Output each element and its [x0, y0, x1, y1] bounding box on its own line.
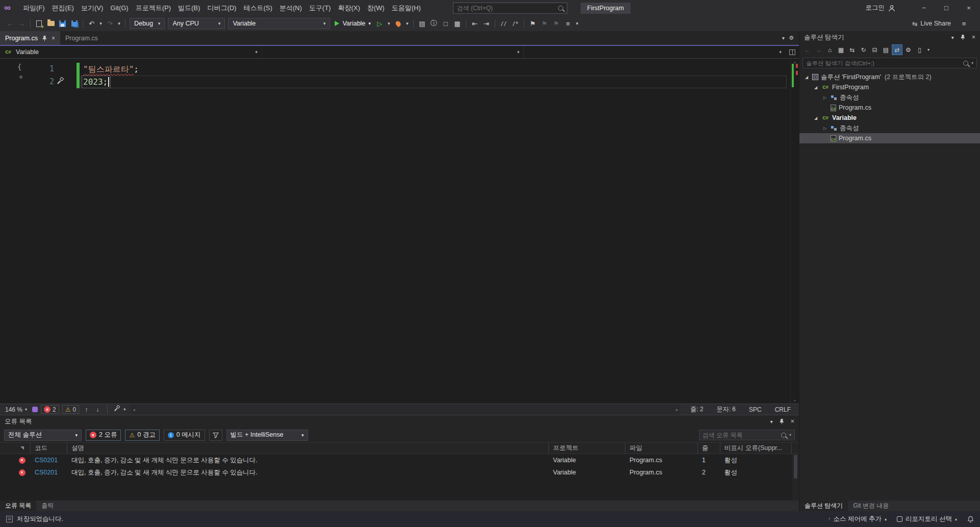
solution-explorer-search-input[interactable] [806, 60, 960, 66]
type-dropdown[interactable] [262, 46, 524, 58]
error-code[interactable]: CS0201 [31, 469, 67, 476]
scroll-right-icon[interactable]: ▸ [676, 407, 679, 412]
navigate-forward-icon[interactable] [16, 17, 28, 30]
space-status[interactable]: SPC [744, 406, 767, 413]
code-line-1[interactable]: "팀스파르타"; [83, 63, 139, 76]
refresh-icon[interactable] [858, 44, 869, 55]
pending-changes-filter-icon[interactable] [847, 44, 858, 55]
startup-project-dropdown[interactable]: Variable [228, 18, 330, 29]
hot-reload-icon[interactable] [392, 17, 404, 30]
warnings-toggle-button[interactable]: 0 경고 [125, 430, 159, 441]
window-position-chevron-icon[interactable] [951, 35, 954, 40]
pin-icon[interactable] [779, 418, 785, 424]
code-cleanup-dropdown-icon[interactable] [123, 407, 125, 412]
error-code[interactable]: CS0201 [31, 457, 67, 464]
tab-output[interactable]: 출력 [36, 500, 59, 511]
previous-bookmark-icon[interactable] [539, 17, 550, 30]
close-panel-icon[interactable]: × [791, 418, 794, 425]
maximize-button[interactable]: □ [935, 0, 958, 16]
tab-solution-explorer[interactable]: 솔루션 탐색기 [799, 500, 848, 511]
severity-column-header[interactable] [13, 443, 31, 454]
menu-item-extensions[interactable]: 확장(X) [334, 0, 363, 16]
menu-item-window[interactable]: 창(W) [364, 0, 388, 16]
increase-indent-icon[interactable] [481, 17, 492, 30]
pin-icon[interactable] [960, 34, 966, 40]
comment-selection-icon[interactable]: // [498, 17, 510, 30]
toolbar-options-icon[interactable] [562, 17, 574, 30]
properties-icon[interactable] [903, 44, 914, 55]
toolbar-overflow-chevron-icon[interactable] [925, 44, 932, 55]
close-button[interactable]: × [958, 0, 980, 16]
sync-with-active-document-icon[interactable] [892, 44, 902, 55]
open-folder-icon[interactable] [45, 17, 57, 30]
pin-icon[interactable] [42, 35, 47, 41]
horizontal-scrollbar[interactable]: ◂ ▸ [131, 404, 680, 415]
back-icon[interactable] [802, 44, 813, 55]
save-icon[interactable] [57, 17, 68, 30]
expanded-chevron-icon[interactable] [803, 75, 810, 80]
navigate-backward-icon[interactable] [4, 17, 16, 30]
tree-item-dependencies[interactable]: 종속성 [799, 123, 980, 133]
configuration-dropdown[interactable]: Debug [130, 18, 165, 29]
document-list-chevron-icon[interactable] [782, 35, 785, 41]
project-dropdown[interactable]: Variable [0, 46, 262, 58]
line-status[interactable]: 줄: 2 [685, 405, 708, 414]
eol-status[interactable]: CRLF [770, 406, 796, 413]
line-column-header[interactable]: 줄 [698, 443, 720, 454]
error-list-search-input[interactable] [702, 432, 778, 439]
close-panel-icon[interactable]: × [972, 34, 975, 41]
menu-item-analyze[interactable]: 분석(N) [276, 0, 306, 16]
start-without-debugging-icon[interactable] [374, 17, 386, 30]
quick-search-input[interactable] [457, 5, 555, 12]
decrease-indent-icon[interactable] [469, 17, 481, 30]
file-column-header[interactable]: 파일 [625, 443, 698, 454]
error-list-search-box[interactable] [699, 430, 795, 440]
menu-item-project[interactable]: 프로젝트(P) [132, 0, 174, 16]
add-to-source-control-button[interactable]: 소스 제어에 추가 [828, 515, 887, 523]
tree-item-project-variable[interactable]: Variable [799, 113, 980, 123]
warning-count-indicator[interactable]: 0 [62, 405, 79, 414]
hot-reload-dropdown-icon[interactable] [404, 17, 411, 30]
code-line-2[interactable]: 2023; [83, 76, 108, 88]
tab-git-changes[interactable]: Git 변경 내용 [848, 500, 894, 511]
notifications-bell-icon[interactable] [967, 516, 974, 523]
description-column-header[interactable]: 설명 [67, 443, 549, 454]
menu-item-view[interactable]: 보기(V) [78, 0, 107, 16]
previous-issue-icon[interactable] [82, 406, 90, 413]
tree-item-project-firstprogram[interactable]: FirstProgram [799, 82, 980, 92]
start-debugging-button[interactable]: Variable [332, 17, 373, 30]
tree-item-file-program-cs[interactable]: Program.cs [799, 103, 980, 113]
redo-icon[interactable] [104, 17, 116, 30]
editor-vertical-scrollbar[interactable] [790, 59, 799, 404]
select-repository-button[interactable]: 리포지토리 선택 [897, 515, 957, 523]
toolbar-options-dropdown-icon[interactable] [574, 17, 581, 30]
menu-item-build[interactable]: 빌드(B) [174, 0, 204, 16]
word-completion-icon[interactable] [451, 17, 463, 30]
menu-item-debug[interactable]: 디버그(D) [204, 0, 240, 16]
feedback-icon[interactable] [958, 17, 970, 30]
menu-item-tools[interactable]: 도구(T) [306, 0, 335, 16]
quick-info-icon[interactable] [440, 17, 451, 30]
undo-dropdown-icon[interactable] [97, 17, 104, 30]
scroll-left-icon[interactable]: ◂ [133, 407, 135, 412]
expanded-chevron-icon[interactable] [813, 85, 819, 90]
filter-button[interactable] [209, 430, 222, 441]
preview-selected-items-icon[interactable] [914, 44, 925, 55]
tab-error-list[interactable]: 오류 목록 [0, 500, 36, 511]
new-project-icon[interactable] [33, 17, 45, 30]
error-list-scrollbar[interactable] [792, 454, 799, 500]
member-dropdown[interactable] [524, 46, 786, 58]
split-window-button[interactable] [786, 46, 799, 58]
zoom-selector[interactable]: 146 % [3, 406, 29, 413]
solution-explorer-search-box[interactable] [802, 58, 977, 68]
code-editor[interactable]: { 1 2 "팀스파르타"; 2023; [0, 59, 799, 404]
show-all-files-icon[interactable] [881, 44, 891, 55]
tree-item-dependencies[interactable]: 종속성 [799, 92, 980, 103]
code-cleanup-screwdriver-icon[interactable] [113, 405, 120, 414]
undo-icon[interactable] [86, 17, 97, 30]
scroll-down-icon[interactable] [791, 398, 799, 403]
tab-program-cs-inactive[interactable]: Program.cs [60, 31, 103, 45]
menu-item-help[interactable]: 도움말(H) [388, 0, 424, 16]
tree-item-solution[interactable]: 솔루션 'FirstProgram' (2 프로젝트의 2) [799, 72, 980, 82]
collapsed-chevron-icon[interactable] [822, 126, 828, 131]
